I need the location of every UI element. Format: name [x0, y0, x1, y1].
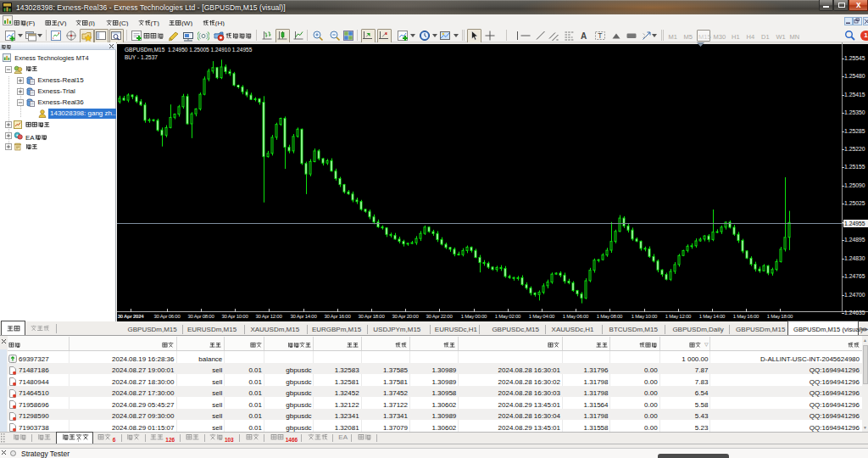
svg-text:T: T: [598, 31, 602, 40]
